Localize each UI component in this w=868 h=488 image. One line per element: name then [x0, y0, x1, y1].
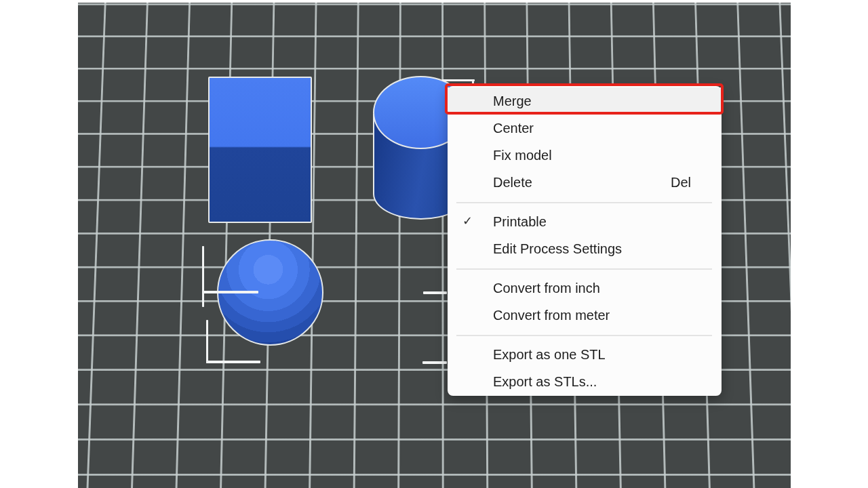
menu-shortcut-del: Del: [671, 175, 691, 190]
selection-marker-corner-horizontal: [206, 361, 260, 363]
selection-marker-left-vertical: [202, 246, 204, 307]
selection-marker-cylinder-top: [442, 79, 475, 81]
menu-item-convert-from-meter[interactable]: Convert from meter: [448, 302, 722, 329]
menu-item-export-as-stls[interactable]: Export as STLs...: [448, 368, 722, 395]
menu-item-label: Delete: [493, 175, 532, 190]
app-window: Merge Center Fix model Delete Del ✓ Prin…: [0, 0, 868, 488]
menu-item-label: Printable: [493, 214, 547, 230]
context-menu: Merge Center Fix model Delete Del ✓ Prin…: [448, 86, 722, 396]
menu-item-fix-model[interactable]: Fix model: [448, 142, 722, 169]
menu-item-label: Merge: [493, 94, 532, 109]
menu-separator: [448, 262, 722, 274]
selection-marker-right-horizontal-upper: [423, 291, 447, 294]
menu-item-merge[interactable]: Merge: [448, 87, 722, 115]
menu-item-label: Export as one STL: [493, 347, 606, 363]
menu-item-printable[interactable]: ✓ Printable: [448, 208, 722, 235]
menu-item-label: Convert from meter: [493, 308, 610, 323]
menu-item-delete[interactable]: Delete Del: [448, 169, 722, 196]
menu-item-edit-process-settings[interactable]: Edit Process Settings: [448, 235, 722, 262]
checkmark-icon: ✓: [462, 214, 473, 228]
menu-separator: [448, 196, 722, 208]
selection-marker-cylinder-corner: [472, 79, 474, 85]
menu-item-center[interactable]: Center: [448, 115, 722, 142]
menu-item-convert-from-inch[interactable]: Convert from inch: [448, 274, 722, 302]
menu-item-label: Edit Process Settings: [493, 241, 622, 257]
menu-item-label: Export as STLs...: [493, 374, 597, 390]
menu-item-label: Fix model: [493, 148, 552, 163]
menu-item-label: Center: [493, 121, 534, 136]
model-cube[interactable]: [208, 77, 312, 223]
menu-item-export-as-one-stl[interactable]: Export as one STL: [448, 341, 722, 368]
menu-separator: [448, 329, 722, 341]
selection-marker-right-horizontal-lower: [422, 361, 447, 364]
menu-item-label: Convert from inch: [493, 281, 600, 296]
selection-marker-corner-vertical: [206, 320, 208, 363]
selection-marker-left-horizontal: [202, 291, 258, 293]
